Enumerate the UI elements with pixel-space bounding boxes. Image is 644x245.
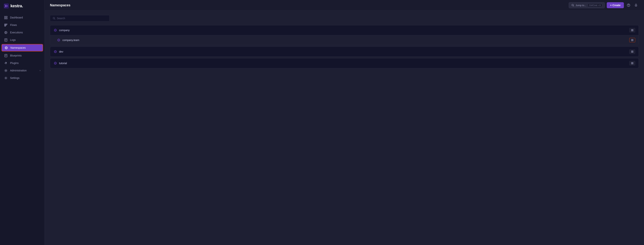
executions-icon <box>4 31 8 34</box>
bell-icon <box>634 4 638 7</box>
page-title: Namespaces <box>50 3 70 7</box>
namespace-list: company <box>50 25 639 68</box>
namespace-row-company[interactable]: company <box>50 25 638 35</box>
sidebar-item-label-blueprints: Blueprints <box>10 54 22 57</box>
svg-rect-47 <box>631 52 634 53</box>
blueprints-icon <box>4 54 8 57</box>
administration-icon <box>4 69 8 72</box>
svg-rect-6 <box>4 25 6 25</box>
plugins-icon <box>4 61 8 65</box>
logs-icon <box>4 38 8 42</box>
logo-area: kestra. <box>0 0 44 12</box>
dashboard-icon <box>4 16 8 19</box>
svg-rect-7 <box>4 26 6 26</box>
logo-text: kestra. <box>10 4 23 9</box>
namespace-row-tutorial[interactable]: tutorial <box>50 58 638 68</box>
search-input[interactable] <box>57 17 107 20</box>
jump-to-button[interactable]: Jump to... Ctrl/Cmd + K <box>569 2 605 8</box>
flows-icon <box>4 23 8 27</box>
list-icon-dev <box>631 50 634 53</box>
help-button[interactable] <box>626 3 631 8</box>
namespace-group-company: company <box>50 25 639 45</box>
ns-left-dev: dev <box>54 50 63 53</box>
sidebar-item-label-settings: Settings <box>10 76 20 79</box>
namespace-action-company[interactable] <box>629 28 635 33</box>
namespace-icon-company <box>54 29 57 32</box>
namespace-row-company-team[interactable]: company.team <box>50 35 638 45</box>
sidebar-item-flows[interactable]: Flows <box>0 21 44 29</box>
jump-to-label: Jump to... <box>576 4 586 7</box>
administration-arrow-icon: › <box>40 69 40 72</box>
namespace-action-tutorial[interactable] <box>629 61 635 66</box>
search-bar-icon <box>53 17 55 20</box>
svg-line-29 <box>54 19 55 20</box>
topbar: Namespaces Jump to... Ctrl/Cmd + K + Cre… <box>45 0 644 11</box>
svg-rect-40 <box>631 40 634 40</box>
sidebar-item-logs[interactable]: Logs <box>0 36 44 44</box>
namespace-icon-tutorial <box>54 62 57 65</box>
sidebar: kestra. Dashboard <box>0 0 45 245</box>
svg-rect-33 <box>631 29 634 30</box>
sidebar-item-namespaces[interactable]: Namespaces <box>2 44 43 52</box>
notifications-button[interactable] <box>633 3 639 8</box>
namespaces-icon <box>4 46 8 49</box>
svg-rect-46 <box>631 52 634 52</box>
sidebar-item-settings[interactable]: Settings <box>0 74 44 82</box>
create-label: + Create <box>610 4 620 7</box>
sidebar-item-blueprints[interactable]: Blueprints <box>0 52 44 59</box>
jump-to-shortcut: Ctrl/Cmd + K <box>588 4 602 7</box>
svg-rect-39 <box>631 39 634 40</box>
sidebar-item-label-plugins: Plugins <box>10 62 19 65</box>
create-button[interactable]: + Create <box>607 2 624 8</box>
search-bar <box>50 15 110 22</box>
svg-rect-51 <box>631 62 634 63</box>
svg-rect-4 <box>6 18 7 19</box>
list-icon-tutorial <box>631 62 634 65</box>
sidebar-item-label-administration: Administration <box>10 69 27 72</box>
main-content: Namespaces Jump to... Ctrl/Cmd + K + Cre… <box>45 0 644 245</box>
namespace-name-company: company <box>59 29 70 32</box>
namespace-action-company-team[interactable] <box>629 38 635 42</box>
namespace-icon-company-team <box>57 39 60 42</box>
content-area: company <box>45 11 644 245</box>
topbar-actions: Jump to... Ctrl/Cmd + K + Create <box>569 2 639 8</box>
help-icon <box>627 4 630 7</box>
svg-rect-3 <box>4 18 6 19</box>
svg-rect-41 <box>631 41 634 41</box>
ns-left-company-team: company.team <box>57 39 80 42</box>
svg-rect-52 <box>631 63 634 63</box>
svg-point-26 <box>628 6 629 6</box>
settings-icon <box>4 76 8 80</box>
sidebar-item-dashboard[interactable]: Dashboard <box>0 14 44 21</box>
sidebar-item-plugins[interactable]: Plugins <box>0 59 44 67</box>
sidebar-item-label-namespaces: Namespaces <box>10 46 26 49</box>
namespace-name-company-team: company.team <box>62 39 80 42</box>
namespace-row-dev[interactable]: dev <box>50 47 638 57</box>
namespace-action-dev[interactable] <box>629 49 635 54</box>
svg-rect-2 <box>6 16 7 17</box>
sidebar-item-label-logs: Logs <box>10 38 16 41</box>
svg-line-24 <box>574 6 574 7</box>
svg-point-21 <box>5 70 6 71</box>
svg-rect-53 <box>631 64 634 64</box>
svg-rect-35 <box>631 31 634 31</box>
namespace-name-dev: dev <box>59 50 63 53</box>
svg-rect-34 <box>631 30 634 30</box>
nav-items: Dashboard Flows Executions <box>0 12 44 245</box>
namespace-name-tutorial: tutorial <box>59 62 67 65</box>
ns-left-tutorial: tutorial <box>54 62 67 65</box>
list-icon-company <box>631 29 634 32</box>
namespace-icon-dev <box>54 50 57 53</box>
svg-point-22 <box>6 78 6 79</box>
namespace-group-tutorial: tutorial <box>50 58 639 68</box>
svg-rect-1 <box>4 16 6 17</box>
sidebar-item-administration[interactable]: Administration › <box>0 67 44 74</box>
sidebar-item-label-executions: Executions <box>10 31 23 34</box>
search-icon <box>572 4 574 7</box>
list-icon-company-team <box>631 39 634 41</box>
kestra-logo-icon <box>4 3 9 9</box>
ns-left-company: company <box>54 29 70 32</box>
sidebar-item-executions[interactable]: Executions <box>0 29 44 36</box>
svg-rect-5 <box>4 24 7 25</box>
sidebar-item-label-flows: Flows <box>10 24 17 27</box>
